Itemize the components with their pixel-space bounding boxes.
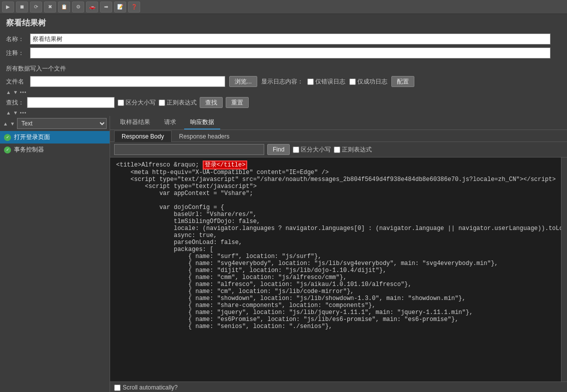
search-input[interactable] [27,97,115,108]
code-line-title-prefix: <title>Alfresco &raquo; [116,162,203,168]
sidebar-item-login[interactable]: ✓ 打开登录页面 [0,131,110,144]
browse-button[interactable]: 浏览... [229,76,257,87]
file-section-title: 所有数据写入一个文件 [0,64,567,74]
code-line-pkg11: { name: "senios", location: "./senios"}, [116,323,332,330]
find-regex-wrap[interactable]: 正则表达式 [334,146,372,154]
toolbar-btn-document[interactable]: 📝 [114,2,126,12]
toolbar-btn-reset[interactable]: ⟳ [30,2,42,12]
success-log-checkbox-wrap[interactable]: 仅成功日志 [349,78,387,86]
toolbar-btn-settings[interactable]: ⚙ [72,2,84,12]
comment-row: 注释： [6,48,561,58]
find-btn[interactable]: Find [267,144,290,155]
scroll-auto-checkbox[interactable] [114,384,121,391]
page-title: 察看结果树 [0,14,567,32]
vertical-scrollbar[interactable] [561,158,567,382]
dots-btn-1[interactable]: ••• [20,90,27,95]
code-line-pkg2: { name: "svg4everybody", location: "js/l… [116,260,498,267]
collapse-up-arrow[interactable]: ▲ [6,90,11,95]
find-regex-label: 正则表达式 [342,146,372,154]
case-sensitive-checkbox[interactable] [118,100,124,106]
file-label: 文件名 [6,78,26,86]
code-line-meta: <meta http-equiv="X-UA-Compatible" conte… [116,169,329,176]
code-line-pkg6: { name: "cm", location: "js/lib/code-mir… [116,288,354,295]
name-row: 名称： [6,34,561,44]
code-line-baseurl: baseUrl: "Vshare/res/", [116,211,257,218]
code-line-pkg10: { name: "es6Promise", location: "js/lib/… [116,316,458,323]
name-label: 名称： [6,35,26,44]
find-case-sensitive-checkbox[interactable] [293,146,299,153]
code-line-pkg9: { name: "jquery", location: "js/lib/jque… [116,309,473,316]
code-line-pkg7: { name: "showdown", location: "js/lib/sh… [116,295,466,302]
tab-request[interactable]: 请求 [158,116,182,130]
collapse-down-arrow-2[interactable]: ▼ [13,110,18,116]
file-row: 文件名 浏览... 显示日志内容： 仅错误日志 仅成功日志 配置 [0,74,567,89]
config-button[interactable]: 配置 [391,76,414,87]
toolbar-btn-play[interactable]: ▶ [2,2,14,12]
sidebar-item-login-label: 打开登录页面 [14,133,50,142]
find-button[interactable]: 查找 [200,97,223,108]
view-type-dropdown[interactable]: Text HTML JSON XML [17,118,107,129]
dots-btn-2[interactable]: ••• [20,110,27,116]
regex-wrap[interactable]: 正则表达式 [159,98,197,107]
sidebar-item-transaction-label: 事务控制器 [14,146,44,154]
code-line-packages: packages: [ [116,246,213,253]
code-line-script1: <script type="text/javascript" src="/sha… [116,176,556,183]
comment-input[interactable] [30,48,550,58]
code-line-pkg5: { name: "alfresco", location: "js/aikau/… [116,281,412,288]
reset-button[interactable]: 重置 [226,97,249,108]
code-line-parseonload: parseOnLoad: false, [116,239,242,246]
regex-label: 正则表达式 [167,98,197,107]
toolbar-btn-arrow[interactable]: ➡ [100,2,112,12]
code-line-appcontext: var appContext = "Vshare"; [116,190,253,197]
success-icon-login: ✓ [4,134,11,141]
regex-checkbox[interactable] [159,100,165,106]
sidebar-item-transaction[interactable]: ✓ 事务控制器 [0,144,110,156]
code-line-async: async: true, [116,232,217,239]
error-log-checkbox[interactable] [307,78,314,85]
content-with-scroll: <title>Alfresco &raquo; 登录</title> <meta… [110,158,567,382]
find-regex-checkbox[interactable] [334,146,340,153]
collapse-down-arrow[interactable]: ▼ [13,90,18,95]
toolbar: ▶ ⏹ ⟳ ✖ 📋 ⚙ 🚗 ➡ 📝 ❓ [0,0,567,14]
collapse-row-1: ▲ ▼ ••• [0,89,567,96]
tabs-bar: 取样器结果 请求 响应数据 [110,116,567,130]
tab-sampler-result[interactable]: 取样器结果 [114,116,156,130]
sidebar-collapse-up[interactable]: ▲ [3,121,8,126]
sub-tab-response-body[interactable]: Response Body [114,130,172,142]
case-sensitive-wrap[interactable]: 区分大小写 [118,98,156,107]
code-line-pkg8: { name: "share-components", location: "c… [116,302,375,309]
code-line-pkg1: { name: "surf", location: "js/surf"}, [116,253,321,260]
search-label: 查找： [6,98,24,107]
toolbar-btn-close[interactable]: ✖ [44,2,56,12]
tab-response-data[interactable]: 响应数据 [184,116,220,130]
toolbar-btn-car[interactable]: 🚗 [86,2,98,12]
find-input[interactable] [114,144,264,155]
find-case-sensitive-wrap[interactable]: 区分大小写 [293,146,331,154]
file-input[interactable] [30,76,225,87]
sidebar-collapse-down[interactable]: ▼ [10,121,15,126]
toolbar-btn-stop[interactable]: ⏹ [16,2,28,12]
toolbar-btn-clipboard[interactable]: 📋 [58,2,70,12]
scroll-auto-wrap[interactable]: Scroll automatically? [114,384,178,391]
sub-tab-response-headers[interactable]: Response headers [172,130,237,142]
code-line-script2-open: <script type="text/javascript"> [116,183,257,190]
collapse-up-arrow-2[interactable]: ▲ [6,110,11,116]
sidebar: ▲ ▼ Text HTML JSON XML ✓ 打开登录页面 ✓ 事务控制器 [0,116,110,392]
toolbar-btn-help[interactable]: ❓ [128,2,140,12]
form-area: 名称： 注释： [0,32,567,64]
code-view[interactable]: <title>Alfresco &raquo; 登录</title> <meta… [110,158,561,382]
collapse-row-2: ▲ ▼ ••• [0,110,567,116]
scroll-auto-label: Scroll automatically? [123,384,178,391]
code-line-pkg4: { name: "cmm", location: "js/alfresco/cm… [116,274,347,281]
log-content-label: 显示日志内容： [261,78,303,86]
main-split: ▲ ▼ Text HTML JSON XML ✓ 打开登录页面 ✓ 事务控制器 [0,116,567,392]
find-case-sensitive-label: 区分大小写 [301,146,331,154]
error-log-label: 仅错误日志 [315,78,345,86]
comment-label: 注释： [6,49,26,58]
name-input[interactable] [30,34,550,44]
code-line-dojoconfig: var dojoConfig = { [116,204,224,211]
error-log-checkbox-wrap[interactable]: 仅错误日志 [307,78,345,86]
search-row: 查找： 区分大小写 正则表达式 查找 重置 [0,96,567,110]
success-log-checkbox[interactable] [349,78,356,85]
highlight-login-title: 登录</title> [203,160,248,170]
